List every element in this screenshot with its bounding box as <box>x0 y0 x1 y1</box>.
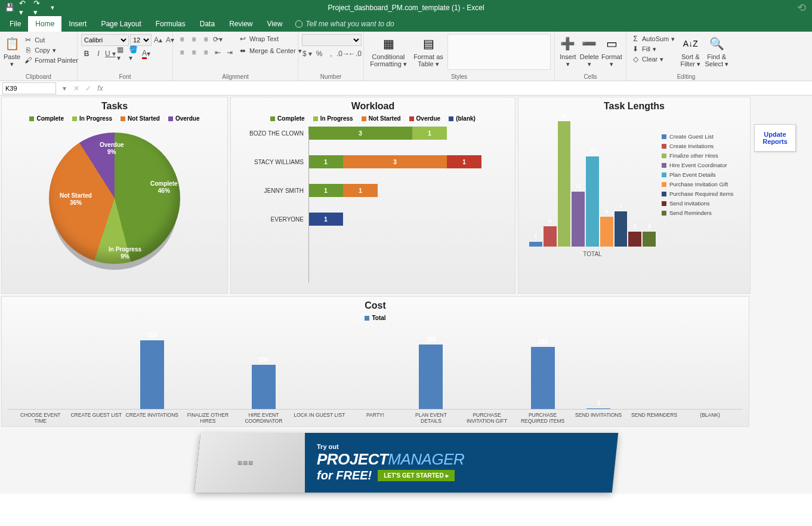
ribbon-tabs: File Home Insert Page Layout Formulas Da… <box>0 15 812 32</box>
pie-label-overdue: Overdue9% <box>100 142 124 156</box>
enter-formula-icon[interactable]: ✓ <box>82 84 94 93</box>
banner-cta-button[interactable]: LET'S GET STARTED ▸ <box>378 470 454 481</box>
tab-insert[interactable]: Insert <box>61 16 94 32</box>
qat-customize-icon[interactable]: ▼ <box>48 3 57 13</box>
tasks-title: Tasks <box>2 97 227 113</box>
paste-button[interactable]: 📋 Paste▾ <box>4 34 20 67</box>
merge-icon: ⬌ <box>239 47 247 55</box>
formula-input[interactable] <box>106 82 812 94</box>
task-lengths-panel[interactable]: Task Lengths 142511186733 TOTAL Create G… <box>518 97 751 294</box>
grow-font-icon[interactable]: A▴ <box>153 35 163 45</box>
promo-banner[interactable]: ▦▦▦ Try out PROJECTMANAGER for FREE! LET… <box>1 433 811 493</box>
find-select-button[interactable]: 🔍Find & Select ▾ <box>705 34 728 67</box>
copy-button[interactable]: ⎘Copy ▾ <box>23 45 79 55</box>
insert-cells-button[interactable]: ➕Insert▾ <box>558 34 578 67</box>
redo-icon[interactable]: ↷ ▾ <box>33 3 43 13</box>
cancel-formula-icon[interactable]: ✕ <box>70 84 82 93</box>
task-length-bar: 1 <box>529 242 542 247</box>
workload-segment: 1 <box>308 184 343 197</box>
workload-category: EVERYONE <box>243 216 308 223</box>
tab-file[interactable]: File <box>2 16 28 32</box>
ribbon-home: 📋 Paste▾ ✂Cut ⎘Copy ▾ 🖌Format Painter Cl… <box>0 32 812 81</box>
align-right-icon[interactable]: ≡ <box>200 47 211 58</box>
inc-decimal-icon[interactable]: .0→ <box>338 48 348 59</box>
cost-bar: 290 <box>405 344 458 409</box>
fill-button[interactable]: ⬇Fill ▾ <box>630 44 676 54</box>
percent-icon[interactable]: % <box>314 48 325 59</box>
align-left-icon[interactable]: ≡ <box>177 47 187 58</box>
tab-formulas[interactable]: Formulas <box>149 16 193 32</box>
dec-indent-icon[interactable]: ⇤ <box>212 47 223 58</box>
cost-legend: Total <box>2 312 749 326</box>
tell-me-search[interactable]: Tell me what you want to do <box>289 16 400 32</box>
brush-icon: 🖌 <box>24 56 32 64</box>
name-box-dropdown-icon[interactable]: ▾ <box>58 84 70 93</box>
task-length-legend-item: Purchase Invitation Gift <box>662 181 745 187</box>
cost-x-label: FINALIZE OTHER HIRES <box>181 412 235 424</box>
workload-bars: BOZO THE CLOWN31STACY WILLIAMS131JENNY S… <box>231 127 515 247</box>
conditional-formatting-button[interactable]: ▦ Conditional Formatting ▾ <box>368 34 409 67</box>
fill-color-button[interactable]: 🪣▾ <box>129 48 140 59</box>
group-label-clipboard: Clipboard <box>4 72 73 81</box>
name-box[interactable] <box>2 82 56 94</box>
font-color-button[interactable]: A▾ <box>141 48 152 59</box>
workload-segment: 1 <box>308 155 343 168</box>
task-length-bar: 7 <box>615 211 628 247</box>
italic-button[interactable]: I <box>93 48 104 59</box>
group-label-alignment: Alignment <box>177 72 294 81</box>
autosum-button[interactable]: ΣAutoSum ▾ <box>630 34 676 44</box>
cell-styles-gallery[interactable] <box>447 34 551 70</box>
dec-decimal-icon[interactable]: ←.0 <box>350 48 360 59</box>
merge-center-button[interactable]: ⬌Merge & Center ▾ <box>237 46 303 56</box>
format-as-table-button[interactable]: ▤ Format as Table ▾ <box>412 34 445 67</box>
cut-button[interactable]: ✂Cut <box>23 35 79 45</box>
orientation-icon[interactable]: ⟳▾ <box>212 34 223 45</box>
tab-view[interactable]: View <box>260 16 290 32</box>
save-icon[interactable]: 💾 <box>5 3 14 13</box>
group-label-font: Font <box>81 72 169 81</box>
banner-tryout: Try out <box>317 443 615 450</box>
fx-icon[interactable]: fx <box>94 84 106 93</box>
cost-chart-panel[interactable]: Cost Total 3102002902803 CHOOSE EVENT TI… <box>1 296 749 427</box>
cost-x-label: SEND REMINDERS <box>628 412 681 424</box>
bold-button[interactable]: B <box>81 48 92 59</box>
lightbulb-icon <box>295 20 302 27</box>
inc-indent-icon[interactable]: ⇥ <box>224 47 235 58</box>
tab-review[interactable]: Review <box>222 16 260 32</box>
underline-button[interactable]: U ▾ <box>105 48 116 59</box>
align-top-icon[interactable]: ≡ <box>177 34 187 45</box>
align-bottom-icon[interactable]: ≡ <box>200 34 211 45</box>
delete-cells-button[interactable]: ➖Delete▾ <box>580 34 599 67</box>
formula-bar: ▾ ✕ ✓ fx <box>0 81 812 96</box>
scissors-icon: ✂ <box>24 36 32 44</box>
align-middle-icon[interactable]: ≡ <box>189 34 199 45</box>
swatch-complete <box>29 116 34 121</box>
border-button[interactable]: ▦ ▾ <box>117 48 128 59</box>
undo-icon[interactable]: ↶ ▾ <box>19 3 29 13</box>
update-reports-button[interactable]: Update Reports <box>754 124 796 152</box>
clear-button[interactable]: ◇Clear ▾ <box>630 54 676 64</box>
task-length-bar: 6 <box>600 217 613 247</box>
copy-icon: ⎘ <box>24 46 32 54</box>
tab-home[interactable]: Home <box>28 16 61 32</box>
font-name-select[interactable]: Calibri <box>81 34 129 46</box>
number-format-select[interactable] <box>302 34 362 46</box>
collapse-ribbon-icon[interactable]: ⟲ <box>797 1 806 14</box>
currency-icon[interactable]: $ ▾ <box>302 48 313 59</box>
task-length-legend-item: Create Guest List <box>662 133 745 140</box>
banner-free: for FREE! <box>317 469 372 482</box>
tab-page-layout[interactable]: Page Layout <box>94 16 148 32</box>
wrap-text-button[interactable]: ↩Wrap Text <box>237 34 303 44</box>
comma-icon[interactable]: , <box>326 48 336 59</box>
font-size-select[interactable]: 12 <box>130 34 152 46</box>
format-painter-button[interactable]: 🖌Format Painter <box>23 56 79 65</box>
tasks-chart-panel[interactable]: Tasks Complete In Progress Not Started O… <box>1 97 228 294</box>
task-length-bar: 3 <box>643 232 656 247</box>
tab-data[interactable]: Data <box>193 16 222 32</box>
workload-segment: 3 <box>343 155 447 168</box>
align-center-icon[interactable]: ≡ <box>189 47 199 58</box>
workload-chart-panel[interactable]: Workload Complete In Progress Not Starte… <box>230 97 515 294</box>
format-cells-button[interactable]: ▭Format▾ <box>601 34 622 67</box>
sort-filter-button[interactable]: A↓ZSort & Filter ▾ <box>678 34 702 67</box>
workload-legend: Complete In Progress Not Started Overdue… <box>231 113 515 127</box>
